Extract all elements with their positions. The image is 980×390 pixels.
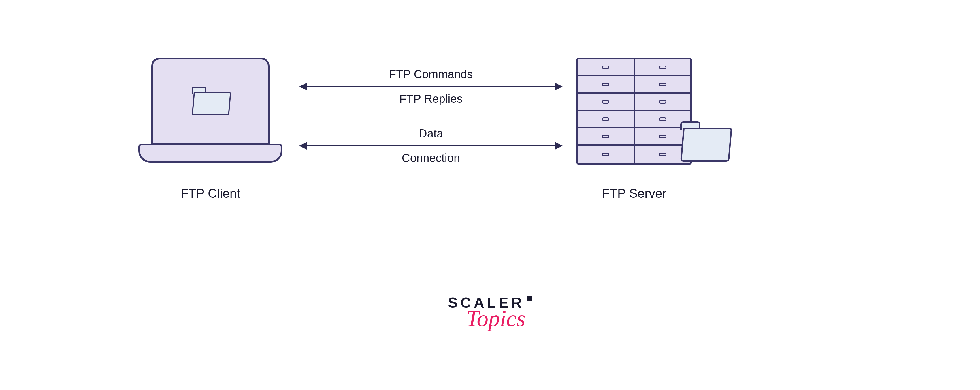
arrow-right-icon — [555, 142, 563, 150]
laptop-screen — [151, 58, 269, 144]
arrow-right-icon — [555, 83, 563, 90]
ftp-replies-label: FTP Replies — [300, 93, 562, 105]
client-label: FTP Client — [138, 186, 282, 201]
control-connection-arrow: FTP Commands FTP Replies — [300, 68, 562, 105]
arrow-left-icon — [299, 142, 307, 150]
arrow-left-icon — [299, 83, 307, 90]
double-arrow-line — [300, 145, 562, 146]
double-arrow-line — [300, 86, 562, 87]
folder-icon — [192, 86, 229, 115]
logo-square-icon — [527, 296, 532, 301]
ftp-server-rack-icon — [576, 58, 692, 165]
server-folder-icon — [680, 121, 729, 161]
logo-topics-text: Topics — [454, 305, 538, 332]
ftp-client-laptop-icon — [138, 58, 282, 170]
scaler-topics-logo: SCALER Topics — [448, 294, 532, 332]
connection-label: Connection — [300, 152, 562, 165]
ftp-diagram: FTP Client FTP Commands FTP Replies Data… — [0, 58, 980, 260]
server-label: FTP Server — [576, 186, 692, 201]
laptop-base — [138, 144, 282, 163]
data-connection-arrow: Data Connection — [300, 127, 562, 165]
data-label: Data — [300, 127, 562, 140]
ftp-commands-label: FTP Commands — [300, 68, 562, 81]
